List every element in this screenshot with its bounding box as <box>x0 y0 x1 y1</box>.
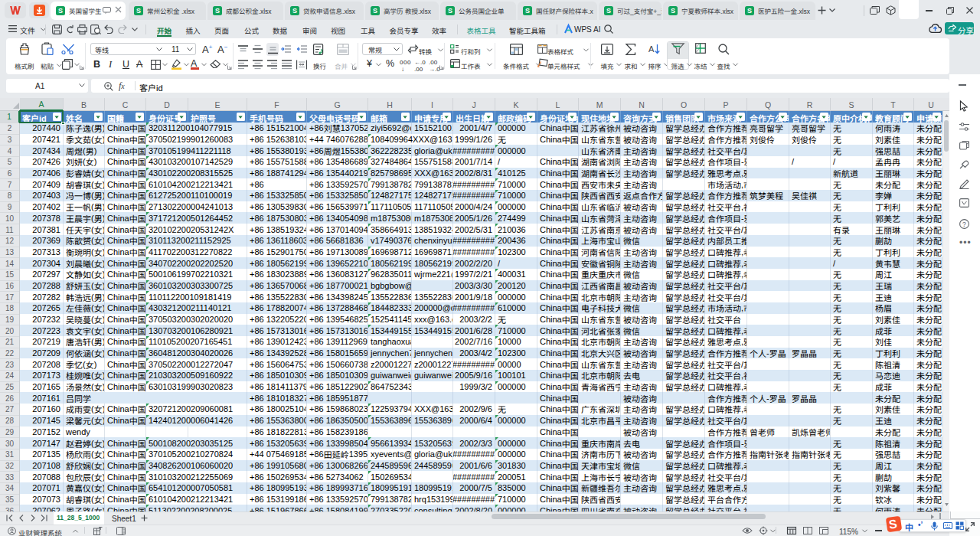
svg-text:?: ? <box>962 221 966 228</box>
svg-text:A: A <box>648 44 655 54</box>
